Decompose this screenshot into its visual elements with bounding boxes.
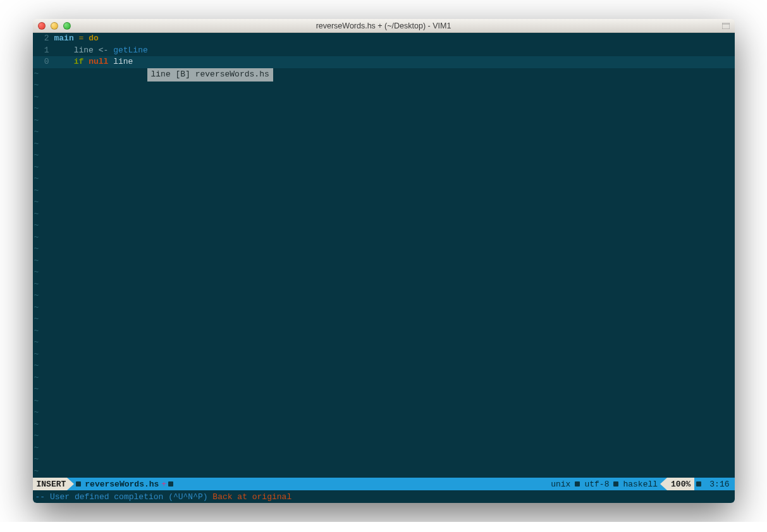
empty-line: ~ <box>33 360 735 372</box>
minimize-icon[interactable] <box>51 22 58 30</box>
cmdline-prefix: -- User defined completion (^U^N^P) <box>35 492 213 502</box>
empty-line: ~ <box>33 232 735 244</box>
empty-line: ~ <box>33 337 735 349</box>
close-icon[interactable] <box>38 22 46 30</box>
separator-icon <box>67 478 74 490</box>
completion-popup[interactable]: line [B] reverseWords.hs <box>147 68 273 82</box>
empty-line: ~ <box>33 80 735 92</box>
separator-icon <box>696 481 701 487</box>
empty-line: ~ <box>33 255 735 267</box>
line-number: 2 <box>33 33 52 45</box>
empty-line: ~ <box>33 68 735 80</box>
empty-line: ~ <box>33 185 735 197</box>
empty-line: ~ <box>33 220 735 232</box>
empty-line: ~ <box>33 302 735 314</box>
empty-line: ~ <box>33 419 735 431</box>
line-number: 0 <box>33 56 52 68</box>
code-line[interactable]: 1 line <- getLine <box>33 45 735 57</box>
terminal-window: reverseWords.hs + (~/Desktop) - VIM1 2ma… <box>33 19 735 503</box>
zoom-icon[interactable] <box>63 22 71 30</box>
empty-line: ~ <box>33 396 735 408</box>
modified-flag: + <box>159 480 166 489</box>
empty-line: ~ <box>33 243 735 255</box>
code-line[interactable]: 0 if null line <box>33 56 735 68</box>
traffic-lights <box>38 22 71 30</box>
maximize-icon[interactable] <box>722 23 730 29</box>
cursor-position: 3:16 <box>703 478 734 490</box>
empty-line: ~ <box>33 290 735 302</box>
code-line[interactable]: 2main = do <box>33 33 735 45</box>
editor-area[interactable]: 2main = do1 line <- getLine0 if null lin… <box>33 33 735 478</box>
command-line[interactable]: -- User defined completion (^U^N^P) Back… <box>33 490 735 503</box>
code-content: line <- getLine <box>52 45 148 57</box>
separator-icon <box>660 478 667 490</box>
separator-icon <box>76 481 81 487</box>
empty-line: ~ <box>33 407 735 419</box>
empty-line: ~ <box>33 267 735 279</box>
titlebar[interactable]: reverseWords.hs + (~/Desktop) - VIM1 <box>33 19 735 33</box>
separator-icon <box>168 481 173 487</box>
empty-line: ~ <box>33 115 735 127</box>
scroll-percent: 100% <box>667 478 694 490</box>
filename: reverseWords.hs <box>83 480 159 489</box>
empty-line: ~ <box>33 442 735 454</box>
empty-line: ~ <box>33 349 735 361</box>
filetype: haskell <box>620 480 660 489</box>
mode-indicator: INSERT <box>33 478 68 490</box>
separator-icon <box>613 481 618 487</box>
fileformat: unix <box>548 480 573 489</box>
empty-line: ~ <box>33 466 735 478</box>
statusline: INSERT reverseWords.hs + unix utf-8 hask… <box>33 478 735 490</box>
separator-icon <box>575 481 580 487</box>
encoding: utf-8 <box>582 480 611 489</box>
empty-line: ~ <box>33 430 735 442</box>
empty-line: ~ <box>33 209 735 221</box>
empty-line: ~ <box>33 313 735 325</box>
empty-line: ~ <box>33 196 735 209</box>
empty-line: ~ <box>33 372 735 384</box>
code-content: main = do <box>52 33 99 45</box>
empty-line: ~ <box>33 454 735 466</box>
empty-line: ~ <box>33 279 735 291</box>
empty-line: ~ <box>33 103 735 115</box>
window-title: reverseWords.hs + (~/Desktop) - VIM1 <box>33 21 735 30</box>
empty-line: ~ <box>33 325 735 337</box>
code-content: if null line <box>52 56 133 68</box>
cmdline-message: Back at original <box>212 492 291 502</box>
empty-line: ~ <box>33 173 735 185</box>
empty-line: ~ <box>33 92 735 104</box>
empty-line: ~ <box>33 138 735 150</box>
statusline-right: unix utf-8 haskell 100% 3:16 <box>548 478 734 490</box>
empty-line: ~ <box>33 150 735 162</box>
empty-line: ~ <box>33 162 735 174</box>
empty-line: ~ <box>33 384 735 396</box>
line-number: 1 <box>33 45 52 57</box>
empty-line: ~ <box>33 126 735 138</box>
